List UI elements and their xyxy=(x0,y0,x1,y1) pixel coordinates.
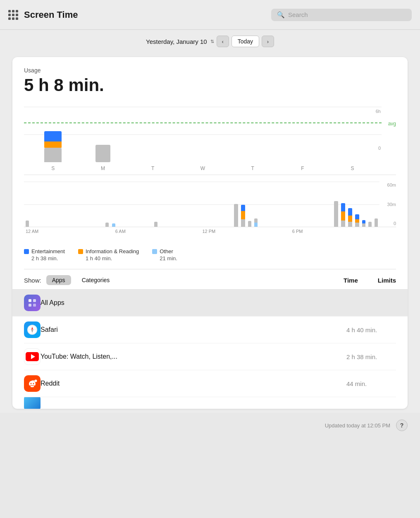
bar-stack-monday xyxy=(97,145,109,162)
week-label-t1: T xyxy=(147,165,159,171)
bar-seg-sunday-blue xyxy=(44,131,62,141)
show-bar: Show: Apps Categories Time Limits xyxy=(24,269,396,289)
legend-item-info-reading: Information & Reading 1 h 40 min. xyxy=(78,248,139,261)
daily-y-top: 60m xyxy=(387,182,396,187)
app-row-youtube[interactable]: YouTube: Watch, Listen,... 2 h 38 min. xyxy=(24,343,396,370)
weekly-x-labels: S M T W T F S xyxy=(24,165,382,171)
svg-rect-0 xyxy=(29,299,31,302)
tab-apps[interactable]: Apps xyxy=(46,275,71,285)
app-row-reddit[interactable]: Reddit 44 min. xyxy=(24,370,396,397)
daily-x-12am: 12 AM xyxy=(26,229,38,234)
youtube-icon xyxy=(24,348,41,365)
show-columns: Time Limits xyxy=(344,277,396,284)
daily-x-12pm: 12 PM xyxy=(202,229,215,234)
bar-seg-monday-gray xyxy=(95,145,110,162)
legend-item-other: Other 21 min. xyxy=(152,248,177,261)
weekly-bar-saturday xyxy=(347,107,358,162)
daily-bar-12pm-1 xyxy=(234,204,238,227)
daily-y-bot: 0 xyxy=(394,221,396,226)
app-name-safari: Safari xyxy=(41,326,346,333)
all-apps-icon xyxy=(24,295,41,311)
app-grid-icon[interactable] xyxy=(8,10,18,20)
date-text: Yesterday, January 10 xyxy=(146,38,207,45)
weekly-bar-wednesday xyxy=(197,107,208,162)
search-placeholder: Search xyxy=(288,11,308,18)
daily-bar-6am-2 xyxy=(112,223,115,227)
daily-bar-6pm-1 xyxy=(334,201,338,227)
main-content: Usage 5 h 8 min. avg 6h 0 xyxy=(0,53,420,413)
usage-label: Usage xyxy=(24,67,396,74)
app-time-reddit: 44 min. xyxy=(346,380,396,387)
daily-bar-6am-3 xyxy=(154,222,158,227)
legend-time-info-reading: 1 h 40 min. xyxy=(78,255,139,261)
app-list: All Apps Safari xyxy=(12,289,408,409)
daily-bar-12pm-4 xyxy=(254,218,258,227)
daily-bar-6pm-4 xyxy=(355,214,359,227)
daily-bar-6pm-2 xyxy=(341,203,345,227)
legend-dot-info-reading xyxy=(78,249,83,254)
prev-button[interactable]: ‹ xyxy=(217,36,229,47)
week-label-s2: S xyxy=(347,165,358,171)
usage-time: 5 h 8 min. xyxy=(24,75,396,95)
bar-seg-sunday-orange xyxy=(44,141,62,148)
tab-categories[interactable]: Categories xyxy=(76,275,116,285)
daily-x-6am: 6 AM xyxy=(115,229,126,234)
app-row-all-apps[interactable]: All Apps xyxy=(12,290,408,317)
today-button[interactable]: Today xyxy=(231,36,259,47)
avg-label: avg xyxy=(388,121,396,127)
help-button[interactable]: ? xyxy=(396,420,408,431)
usage-card: Usage 5 h 8 min. avg 6h 0 xyxy=(12,57,408,409)
svg-point-18 xyxy=(35,380,37,382)
top-bar: Screen Time 🔍 Search xyxy=(0,0,420,30)
search-icon: 🔍 xyxy=(277,11,285,19)
date-selector[interactable]: Yesterday, January 10 ⇅ xyxy=(146,38,214,45)
daily-x-labels: 12 AM 6 AM 12 PM 6 PM xyxy=(24,229,396,234)
daily-x-6pm: 6 PM xyxy=(292,229,303,234)
week-label-w: W xyxy=(197,165,208,171)
partial-app-icon xyxy=(24,397,41,409)
app-time-safari: 4 h 40 min. xyxy=(346,326,396,333)
daily-bar-end xyxy=(375,218,378,227)
svg-rect-1 xyxy=(33,299,36,302)
bar-stack-sunday xyxy=(47,131,59,162)
app-name-youtube: YouTube: Watch, Listen,... xyxy=(41,353,346,360)
col-time: Time xyxy=(344,277,358,284)
legend-name-other: Other xyxy=(160,248,173,254)
app-title: Screen Time xyxy=(24,10,271,20)
week-label-f: F xyxy=(297,165,308,171)
weekly-chart: avg 6h 0 xyxy=(24,103,396,175)
daily-bar-12pm-3 xyxy=(248,221,251,227)
week-label-t2: T xyxy=(247,165,258,171)
app-row-partial[interactable] xyxy=(24,397,396,409)
svg-rect-3 xyxy=(33,304,36,307)
week-label-s1: S xyxy=(47,165,59,171)
app-name-reddit: Reddit xyxy=(41,380,346,387)
legend-time-other: 21 min. xyxy=(152,255,177,261)
legend-name-entertainment: Entertainment xyxy=(31,248,65,254)
daily-bar-6am-1 xyxy=(105,223,109,227)
daily-bar-6pm-5 xyxy=(362,220,365,227)
daily-bars-area xyxy=(24,182,379,227)
next-button[interactable]: › xyxy=(262,36,274,47)
show-label: Show: xyxy=(24,277,41,284)
weekly-bar-thursday xyxy=(247,107,258,162)
reddit-icon xyxy=(24,375,41,392)
daily-chart: 60m 30m 0 xyxy=(24,182,396,227)
svg-rect-2 xyxy=(29,304,31,307)
col-limits: Limits xyxy=(378,277,396,284)
daily-bar-6pm-6 xyxy=(368,222,372,227)
app-name-all-apps: All Apps xyxy=(41,299,346,307)
date-chevron-icon: ⇅ xyxy=(210,39,214,44)
daily-y-labels: 60m 30m 0 xyxy=(379,182,396,227)
weekly-bars xyxy=(24,107,382,162)
daily-y-mid: 30m xyxy=(387,202,396,207)
legend-dot-other xyxy=(152,249,157,254)
search-bar[interactable]: 🔍 Search xyxy=(271,9,412,21)
legend-item-entertainment: Entertainment 2 h 38 min. xyxy=(24,248,65,261)
legend-name-info-reading: Information & Reading xyxy=(86,248,139,254)
daily-bar-12am-1 xyxy=(26,221,29,227)
legend: Entertainment 2 h 38 min. Information & … xyxy=(24,248,396,261)
daily-chart-wrap: 60m 30m 0 12 AM 6 AM 12 PM 6 PM xyxy=(24,182,396,242)
app-time-youtube: 2 h 38 min. xyxy=(346,353,396,360)
app-row-safari[interactable]: Safari 4 h 40 min. xyxy=(24,317,396,343)
